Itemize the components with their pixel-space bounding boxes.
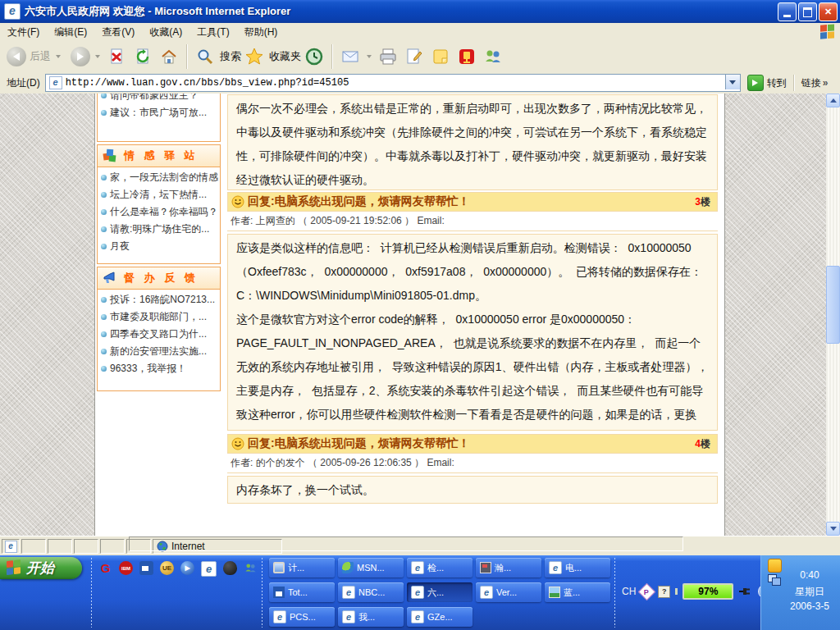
menu-edit[interactable]: 编辑(E): [47, 23, 94, 42]
back-icon[interactable]: [7, 47, 26, 66]
clock-panel[interactable]: 0:40 星期日 2006-3-5: [760, 555, 840, 630]
sidebar-link[interactable]: 新的治安管理法实施...: [98, 343, 220, 360]
bullet-icon: [101, 366, 107, 372]
scroll-down-icon[interactable]: [826, 522, 840, 536]
bullet-icon: [101, 331, 107, 337]
qq-tray-icon[interactable]: [768, 559, 782, 573]
soft-keyboard-icon[interactable]: ?: [658, 586, 670, 598]
taskbar-button-active[interactable]: e六...: [407, 582, 472, 602]
reply-author-line: 作者: 上网查的 （ 2005-09-21 19:52:06 ） Email:: [227, 212, 718, 231]
bullet-icon: [101, 192, 107, 198]
reply-title: 回复:电脑系统出现问题，烦请网友帮帮忙！: [248, 194, 470, 209]
red-badge-icon[interactable]: IBM: [119, 561, 133, 575]
address-input[interactable]: e http://www.luan.gov.cn/bbs/bbs_view.ph…: [45, 74, 741, 92]
media-player-icon[interactable]: ▶: [180, 561, 194, 575]
ime-icon[interactable]: P: [638, 582, 655, 600]
taskbar-button[interactable]: 计...: [269, 558, 335, 578]
ie-icon[interactable]: e: [201, 561, 217, 577]
taskbar-button[interactable]: e我...: [338, 607, 404, 627]
edit-icon[interactable]: [404, 47, 424, 66]
messenger-icon[interactable]: [483, 47, 503, 66]
forward-dropdown-icon[interactable]: [95, 55, 100, 58]
computer-icon: [273, 562, 285, 573]
scroll-up-icon[interactable]: [826, 94, 840, 107]
address-dropdown-icon[interactable]: [725, 75, 740, 89]
status-page-icon: e: [2, 539, 20, 554]
refresh-icon[interactable]: [133, 47, 153, 66]
taskbar-button[interactable]: MSN...: [338, 558, 404, 578]
back-label[interactable]: 后退: [30, 49, 51, 64]
qq-icon[interactable]: [223, 561, 237, 575]
sidebar-link[interactable]: 请问帝都蒙西业主？: [98, 94, 220, 104]
stop-icon[interactable]: [107, 47, 126, 66]
favorites-label[interactable]: 收藏夹: [269, 49, 301, 64]
menu-help[interactable]: 帮助(H): [237, 23, 285, 42]
reply-body: 内存条坏了，换一个试试。: [227, 476, 718, 504]
mail-dropdown-icon[interactable]: [367, 55, 372, 58]
cubes-icon: [103, 148, 117, 163]
flashget-icon[interactable]: G: [98, 561, 112, 575]
ie-icon: e: [342, 610, 355, 623]
forward-icon[interactable]: [71, 47, 90, 66]
vertical-scrollbar[interactable]: [826, 94, 840, 536]
start-button[interactable]: 开始: [0, 557, 82, 579]
menu-view[interactable]: 查看(V): [94, 23, 142, 42]
sidebar-link[interactable]: 市建委及职能部门，...: [98, 308, 220, 326]
home-icon[interactable]: [159, 47, 179, 66]
taskbar-button[interactable]: e检...: [407, 558, 472, 578]
taskbar-button[interactable]: eNBC...: [338, 582, 404, 602]
taskbar: 开始 G IBM UE ▶ e 计... MSN... e检... 瀚... e…: [0, 555, 840, 630]
menu-file[interactable]: 文件(F): [0, 23, 47, 42]
taskbar-button[interactable]: Tot...: [269, 582, 335, 602]
links-label[interactable]: 链接: [801, 76, 821, 90]
back-dropdown-icon[interactable]: [56, 55, 61, 58]
history-icon[interactable]: [304, 47, 324, 66]
picture-icon: [549, 587, 560, 598]
links-more-icon[interactable]: »: [823, 77, 829, 89]
input-language-indicator[interactable]: CH: [622, 586, 636, 597]
bullet-icon: [101, 349, 107, 354]
sidebar-link[interactable]: 什么是幸福？你幸福吗？: [98, 203, 220, 221]
sidebar-link[interactable]: 家，一段无法割舍的情感: [98, 169, 220, 186]
menu-favorites[interactable]: 收藏(A): [142, 23, 189, 42]
note-icon[interactable]: [431, 47, 450, 66]
sidebar-link[interactable]: 投诉：16路皖NO7213...: [98, 291, 220, 308]
favorites-star-icon[interactable]: [244, 47, 264, 66]
mail-icon[interactable]: [340, 47, 360, 66]
taskbar-button[interactable]: eGZe...: [407, 607, 472, 627]
sidebar-link[interactable]: 四季春交叉路口为什...: [98, 326, 220, 343]
address-url[interactable]: http://www.luan.gov.cn/bbs/bbs_view.php?…: [66, 77, 349, 89]
taskbar-button[interactable]: 瀚...: [476, 558, 541, 578]
desktop: e 六安市人民政府网 欢迎您 - Microsoft Internet Expl…: [0, 0, 840, 630]
battery-indicator[interactable]: 97%: [682, 583, 733, 600]
network-tray-icon[interactable]: [768, 574, 780, 585]
search-label[interactable]: 搜索: [220, 49, 241, 64]
close-button[interactable]: ✕: [819, 2, 838, 21]
ultraedit-icon[interactable]: UE: [160, 561, 174, 575]
taskbar-button[interactable]: 蓝...: [545, 582, 610, 602]
taskbar-button[interactable]: ePCS...: [269, 607, 335, 627]
sidebar-link[interactable]: 建议：市民广场可放...: [98, 104, 220, 121]
taskbar-button[interactable]: eVer...: [476, 582, 541, 602]
sidebar-link[interactable]: 月夜: [98, 238, 220, 255]
go-button[interactable]: 转到: [747, 75, 787, 91]
messenger-icon[interactable]: [244, 561, 258, 575]
restore-button[interactable]: [798, 2, 817, 21]
sidebar-link[interactable]: 请教:明珠广场住宅的...: [98, 221, 220, 238]
menu-tools[interactable]: 工具(T): [189, 23, 236, 42]
sidebar-link[interactable]: 坛上冷清，坛下热情...: [98, 186, 220, 203]
sidebar-link[interactable]: 96333，我举报！: [98, 360, 220, 377]
tray-date: 2006-3-5: [783, 600, 837, 612]
go-label[interactable]: 转到: [767, 76, 787, 90]
floppy-icon[interactable]: [139, 561, 153, 575]
qq-icon[interactable]: [457, 47, 477, 66]
taskbar-button[interactable]: e电...: [545, 558, 610, 578]
power-plug-icon[interactable]: [738, 585, 751, 598]
minimize-button[interactable]: [778, 2, 797, 21]
search-icon[interactable]: [195, 47, 215, 66]
print-icon[interactable]: [378, 47, 398, 66]
ie-icon: e: [411, 561, 424, 574]
scrollbar-thumb[interactable]: [826, 266, 840, 344]
bullet-icon: [101, 175, 107, 180]
reply-header: 回复:电脑系统出现问题，烦请网友帮帮忙！ 4楼: [227, 434, 718, 454]
